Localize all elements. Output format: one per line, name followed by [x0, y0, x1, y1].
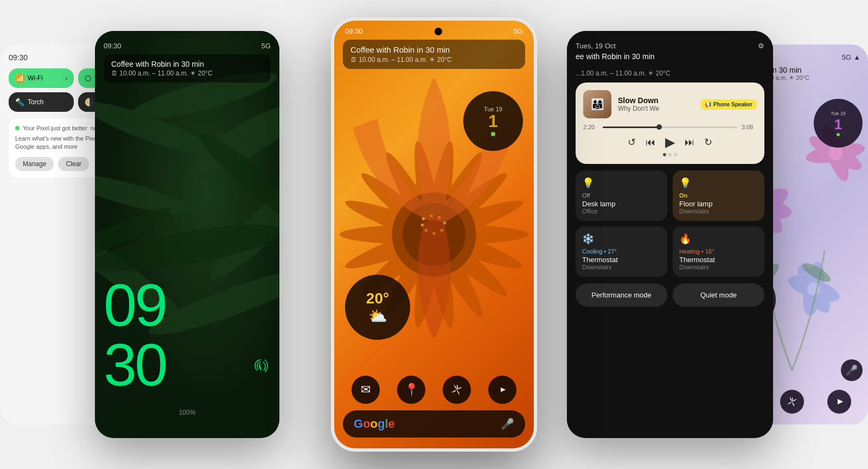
play-pause-icon[interactable]: ▶ — [665, 135, 675, 150]
thermostat-cool-loc: Downstairs — [582, 264, 661, 270]
smarthome-tile-thermostat-heat[interactable]: 🔥 Heating • 16° Thermostat Downstairs — [673, 226, 764, 277]
dock-icon-mail[interactable]: ✉ — [352, 376, 380, 404]
right-notif-title: ee with Robin in 30 min — [576, 52, 764, 61]
right-notif-sub: ...1.00 a.m. – 11.00 a.m. ☀ 20°C — [576, 69, 764, 77]
speaker-icon: 📢 — [705, 102, 711, 107]
right-notification: ee with Robin in 30 min ...1.00 a.m. – 1… — [576, 52, 764, 77]
right-date: Tues, 19 Oct — [576, 42, 616, 50]
music-details: Slow Down Why Don't We — [618, 96, 694, 112]
qs-tile-torch[interactable]: 🔦 Torch — [9, 92, 74, 112]
chevron-right-icon: › — [66, 75, 67, 81]
desk-lamp-status: Off — [582, 192, 661, 199]
qs-notif-app: Your Pixel just got better — [23, 125, 87, 131]
right-status-bar: Tues, 19 Oct ⚙ — [576, 42, 764, 50]
music-badge-label: Phone Speaker — [713, 102, 752, 107]
thermostat-cool-name: Thermostat — [582, 256, 661, 264]
music-progress-bar: 2:20 3:08 — [583, 124, 757, 130]
dark-phone-signal: 5G — [261, 42, 271, 50]
music-title: Slow Down — [618, 96, 694, 105]
thermostat-heat-name: Thermostat — [679, 256, 758, 264]
clear-button[interactable]: Clear — [58, 157, 89, 171]
search-bar[interactable]: Google 🎤 — [343, 410, 525, 438]
clock-dot — [491, 132, 495, 136]
clock-widget: Tue 19 1 — [463, 91, 523, 151]
center-notif-sub: 🗓 10.00 a.m. – 11.00 a.m. ☀ 20°C — [350, 56, 518, 64]
fingerprint-icon — [252, 358, 269, 378]
wifi-icon: 📶 — [15, 74, 24, 83]
performance-mode-button[interactable]: Performance mode — [576, 283, 667, 307]
quiet-mode-button[interactable]: Quiet mode — [673, 283, 764, 307]
microphone-icon[interactable]: 🎤 — [501, 417, 514, 430]
music-info-row: 👨‍👩‍👧 Slow Down Why Don't We 📢 Phone Spe… — [583, 90, 757, 118]
floral-clock-hand: 1 — [834, 116, 842, 133]
forward-icon[interactable]: ↻ — [704, 136, 712, 148]
music-page-dots — [583, 153, 757, 156]
center-dock: ✉ 📍 Google — [343, 376, 525, 438]
floor-lamp-status: On — [679, 192, 758, 199]
album-image: 👨‍👩‍👧 — [583, 90, 611, 118]
replay-icon[interactable]: ↺ — [628, 136, 636, 148]
smarthome-tile-floor-lamp[interactable]: 💡 On Floor lamp Downstairs — [673, 170, 764, 221]
qs-tile-wifi-label: Wi-Fi — [28, 74, 43, 82]
floral-clock-day: Tue 19 — [831, 111, 846, 116]
floor-lamp-loc: Downstairs — [679, 208, 758, 214]
music-progress-handle — [656, 124, 662, 130]
qs-tile-wifi[interactable]: 📶 Wi-Fi › — [9, 68, 74, 88]
floral-mic-button[interactable]: 🎤 — [841, 359, 863, 381]
weather-widget: 20° ⛅ — [345, 275, 410, 340]
music-time-current: 2:20 — [583, 124, 598, 130]
thermostat-cool-status: Cooling • 27° — [582, 248, 661, 255]
svg-point-4 — [95, 167, 193, 221]
floral-clock-dot — [837, 133, 840, 136]
svg-point-41 — [828, 146, 843, 160]
thermostat-heat-status: Heating • 16° — [679, 248, 758, 255]
music-card: 👨‍👩‍👧 Slow Down Why Don't We 📢 Phone Spe… — [576, 83, 764, 164]
qs-tile-torch-label: Torch — [28, 98, 43, 106]
dock-icons-row: ✉ 📍 — [343, 376, 525, 404]
google-logo: Google — [354, 417, 395, 431]
page-dot-1 — [663, 153, 666, 156]
floral-dock-pinwheel[interactable] — [780, 390, 804, 414]
center-notification: Coffee with Robin in 30 min 🗓 10.00 a.m.… — [334, 35, 534, 73]
dock-icon-pinwheel[interactable] — [443, 376, 471, 404]
bottom-mode-buttons: Performance mode Quiet mode — [576, 283, 764, 307]
dock-icon-maps[interactable]: 📍 — [397, 376, 425, 404]
dark-notif-sub: 🗓 10.00 a.m. – 11.00 a.m. ☀ 20°C — [111, 69, 263, 77]
dark-phone-time: 09:30 — [104, 42, 122, 50]
notif-dot — [15, 126, 20, 130]
weather-temp: 20° — [366, 290, 389, 307]
music-progress-track[interactable] — [603, 126, 737, 128]
skip-previous-icon[interactable]: ⏮ — [646, 137, 655, 148]
manage-button[interactable]: Manage — [15, 157, 54, 171]
floral-signal: 5G — [842, 53, 851, 61]
dock-icon-youtube[interactable] — [488, 376, 516, 404]
dark-wallpaper-phone: 09:30 5G Coffee with Robin in 30 min 🗓 1… — [95, 31, 279, 438]
floral-dock-youtube[interactable] — [827, 390, 851, 414]
cooling-icon: ❄️ — [582, 233, 661, 245]
music-time-total: 3:08 — [742, 124, 757, 130]
qs-time: 09:30 — [9, 53, 28, 62]
smarthome-tile-thermostat-cool[interactable]: ❄️ Cooling • 27° Thermostat Downstairs — [576, 226, 667, 277]
dark-time-display: 0930 — [104, 275, 271, 395]
music-controls: ↺ ⏮ ▶ ⏭ ↻ — [583, 135, 757, 150]
smarthome-tile-desk-lamp[interactable]: 💡 Off Desk lamp Office — [576, 170, 667, 221]
music-progress-fill — [603, 126, 659, 128]
dark-phone-status-bar: 09:30 5G — [104, 42, 271, 50]
music-output-badge: 📢 Phone Speaker — [700, 99, 757, 110]
desk-lamp-loc: Office — [582, 208, 661, 214]
phones-container: 09:30 5 📶 Wi-Fi › ⬡ Bluetooth 🔦 To — [0, 0, 868, 469]
page-dot-3 — [674, 153, 677, 156]
floor-lamp-name: Floor lamp — [679, 200, 758, 208]
bluetooth-icon: ⬡ — [85, 74, 91, 83]
skip-next-icon[interactable]: ⏭ — [685, 137, 694, 148]
floral-clock-widget: Tue 19 1 — [814, 99, 863, 148]
music-artist: Why Don't We — [618, 105, 694, 112]
dark-notif-title: Coffee with Robin in 30 min — [111, 60, 263, 68]
weather-icon: ⛅ — [368, 307, 387, 325]
thermostat-heat-loc: Downstairs — [679, 264, 758, 270]
center-time: 09:30 — [345, 27, 363, 35]
clock-hand: 1 — [488, 112, 498, 130]
dark-phone-notification: Coffee with Robin in 30 min 🗓 10.00 a.m.… — [104, 54, 271, 83]
dark-battery: 100% — [179, 409, 196, 416]
center-phone: 09:30 5G Coffee with Robin in 30 min 🗓 1… — [331, 17, 537, 452]
